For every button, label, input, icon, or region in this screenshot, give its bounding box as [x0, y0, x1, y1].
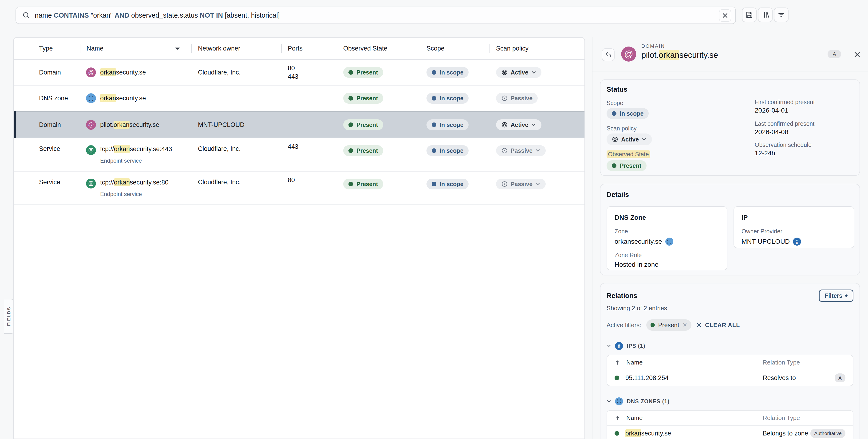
group-label: IPS (1) [627, 343, 645, 349]
scan-policy-label: Scan policy [607, 125, 637, 132]
ip-title: IP [742, 214, 846, 221]
owner-cell: MNT-UPCLOUD [191, 112, 281, 138]
chevron-down-icon [535, 148, 540, 153]
scope-pill: In scope [427, 67, 469, 78]
observed-state-pill: Present [343, 145, 383, 156]
scan-policy-pill[interactable]: Active [496, 67, 541, 78]
svg-text:10: 10 [618, 346, 620, 348]
relation-type: Belongs to zone [763, 430, 810, 437]
dns-zone-subcard: DNS Zone Zone orkansecurity.se Zone Role… [607, 206, 727, 270]
scope-dot-icon [432, 148, 436, 153]
clear-all-filters-button[interactable]: CLEAR ALL [696, 322, 740, 328]
asset-type-label: DOMAIN [641, 43, 718, 49]
observed-state-pill: Present [343, 67, 383, 78]
column-header-type[interactable]: Type [13, 38, 80, 59]
filter-button[interactable] [774, 7, 788, 22]
scan-policy-pill[interactable]: Active [496, 119, 541, 130]
scan-policy-pill[interactable]: Passive [496, 179, 546, 189]
owner-provider-value[interactable]: MNT-UPCLOUD [742, 238, 790, 245]
chevron-down-icon [642, 137, 647, 142]
remove-filter-icon[interactable]: ✕ [682, 322, 687, 328]
name-highlight: orkan [114, 121, 129, 129]
present-dot-icon [348, 122, 353, 127]
scope-label: Scope [607, 100, 623, 106]
owner-cell: Cloudflare, Inc. [191, 138, 281, 171]
type-cell: Service [13, 171, 80, 205]
present-dot-icon [615, 376, 619, 380]
relations-group-dns-zones[interactable]: DNS ZONES (1) [607, 398, 854, 405]
table-row[interactable]: Service tcp://orkansecurity.se:443Endpoi… [13, 138, 585, 171]
column-header-name[interactable]: Name [80, 38, 191, 59]
column-header-scope[interactable]: Scope [420, 38, 490, 59]
name-cell: @ orkansecurity.se [80, 60, 191, 85]
relations-title: Relations [607, 292, 638, 300]
sort-up-icon[interactable] [615, 415, 620, 421]
scope-dot-icon [612, 111, 616, 116]
relation-column-name[interactable]: Name [626, 414, 643, 421]
observed-state-label: Observed State [607, 150, 650, 158]
back-button[interactable] [602, 49, 615, 61]
relation-badge: A [835, 373, 845, 382]
last-confirmed-value: 2026-04-08 [755, 128, 788, 136]
service-icon [86, 145, 96, 155]
relation-column-type[interactable]: Relation Type [763, 414, 845, 421]
name-highlight: orkan [625, 429, 641, 437]
table-row[interactable]: Service tcp://orkansecurity.se:80Endpoin… [13, 171, 585, 205]
status-card: Status Scope In scope Scan policy Active… [600, 80, 860, 176]
search-input[interactable]: name CONTAINS "orkan" AND observed_state… [16, 7, 736, 24]
type-cell: Service [13, 138, 80, 171]
name-highlight: orkan [100, 94, 116, 102]
zone-value[interactable]: orkansecurity.se [615, 238, 662, 245]
results-table: Type Name Network owner Ports Observed S… [13, 37, 585, 439]
save-query-button[interactable] [742, 7, 756, 22]
relations-group-ips[interactable]: 0110 IPS (1) [607, 342, 854, 350]
scan-policy-pill[interactable]: Active [607, 133, 652, 145]
sort-up-icon[interactable] [615, 359, 620, 365]
scope-pill: In scope [427, 145, 469, 156]
present-dot-icon [348, 96, 353, 101]
domain-avatar-icon: @ [621, 46, 636, 62]
relation-column-type[interactable]: Relation Type [763, 359, 845, 366]
asset-name: orkansecurity.se [100, 69, 146, 76]
chevron-down-icon [607, 344, 611, 348]
relations-filters-button[interactable]: Filters [819, 289, 854, 302]
chevron-down-icon [607, 399, 611, 404]
relation-row[interactable]: 95.111.208.254 Resolves to A [607, 370, 853, 386]
column-header-observed-state[interactable]: Observed State [337, 38, 420, 59]
asset-name: tcp://orkansecurity.se:80 [100, 179, 168, 186]
type-cell: Domain [13, 112, 80, 138]
column-header-ports[interactable]: Ports [281, 38, 337, 59]
table-row[interactable]: DNS zone orkansecurity.se Present In sco… [13, 86, 585, 112]
filter-lines-icon [777, 11, 785, 19]
active-filters-label: Active filters: [607, 321, 641, 329]
target-icon [612, 136, 618, 143]
table-row[interactable]: Domain @ orkansecurity.se Cloudflare, In… [13, 60, 585, 86]
clear-search-button[interactable] [719, 9, 731, 22]
record-type-badge: A [828, 50, 841, 58]
fields-tab[interactable]: FIELDS [4, 299, 14, 334]
scope-dot-icon [432, 70, 436, 75]
name-cell: tcp://orkansecurity.se:80Endpoint servic… [80, 171, 191, 205]
table-header: Type Name Network owner Ports Observed S… [13, 38, 585, 60]
relation-type: Resolves to [763, 374, 835, 382]
endpoint-service-label: Endpoint service [100, 157, 172, 164]
table-row-selected[interactable]: Domain @ pilot.orkansecurity.se MNT-UPCL… [13, 112, 585, 138]
scope-dot-icon [432, 96, 436, 101]
saved-views-button[interactable] [758, 7, 773, 22]
dns-zone-icon [86, 93, 96, 103]
relation-row[interactable]: orkansecurity.se Belongs to zone Authori… [607, 426, 853, 439]
column-header-scan-policy[interactable]: Scan policy [490, 38, 585, 59]
type-cell: DNS zone [13, 86, 80, 111]
relation-column-name[interactable]: Name [626, 359, 643, 366]
query-keyword: NOT IN [200, 11, 223, 19]
column-header-network-owner[interactable]: Network owner [191, 38, 281, 59]
close-panel-button[interactable] [853, 50, 861, 59]
scan-policy-pill[interactable]: Passive [496, 145, 546, 156]
details-title: Details [607, 191, 629, 198]
name-cell: tcp://orkansecurity.se:443Endpoint servi… [80, 138, 191, 171]
filter-active-dot-icon [845, 294, 847, 297]
name-column-filter-icon[interactable] [174, 45, 181, 52]
observed-state-pill: Present [343, 179, 383, 189]
relations-card: Relations Filters Showing 2 of 2 entries… [600, 283, 860, 439]
scan-policy-pill: Passive [496, 93, 538, 104]
